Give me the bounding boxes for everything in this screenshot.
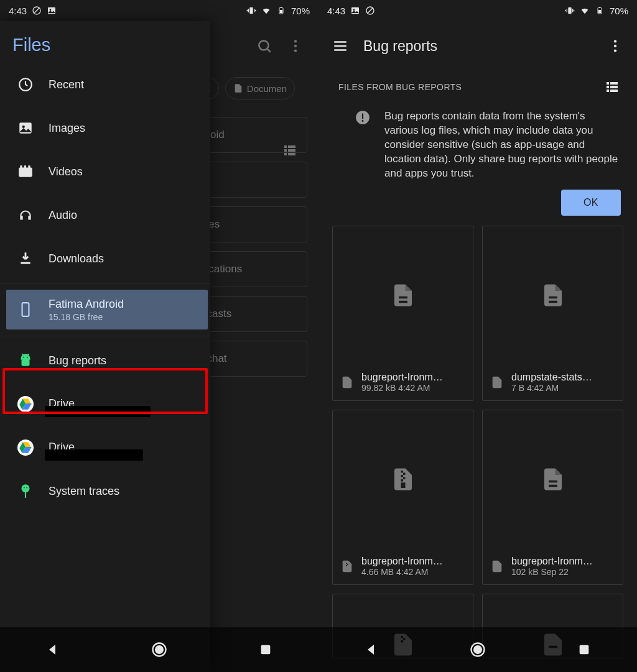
file-card[interactable]: bugreport-Ironm… 102 kB Sep 22 [482, 410, 623, 585]
hamburger-icon[interactable] [332, 38, 348, 54]
android-nav-bar [318, 627, 637, 672]
drawer-item-recent[interactable]: Recent [0, 63, 210, 106]
svg-rect-65 [401, 479, 403, 482]
svg-rect-48 [607, 82, 609, 85]
svg-point-31 [22, 484, 30, 492]
section-header-row: FILES FROM BUG REPORTS [318, 71, 637, 98]
svg-rect-60 [549, 300, 557, 303]
wifi-icon [580, 6, 590, 16]
ok-button[interactable]: OK [561, 190, 621, 216]
android-icon [17, 352, 34, 369]
file-name: bugreport-Ironm… [511, 556, 593, 567]
svg-point-33 [26, 487, 27, 489]
page-title: Bug reports [363, 38, 437, 55]
app-bar: Bug reports [318, 21, 637, 71]
svg-point-10 [294, 49, 297, 52]
redaction-box [45, 406, 151, 417]
download-icon [17, 251, 34, 267]
svg-rect-52 [607, 90, 609, 92]
svg-rect-21 [20, 165, 22, 168]
svg-rect-6 [281, 7, 282, 8]
svg-rect-78 [579, 645, 588, 655]
file-name: bugreport-Ironm… [361, 372, 443, 383]
nav-home-button[interactable] [465, 637, 490, 662]
svg-rect-71 [549, 484, 557, 487]
status-time: 4:43 [9, 6, 27, 16]
drive-icon [17, 440, 34, 456]
svg-rect-68 [347, 564, 348, 565]
phone-left: 4:43 70% [0, 0, 318, 672]
drawer-item-drive-2[interactable]: Drive [0, 426, 210, 469]
battery-pct: 70% [610, 6, 628, 16]
svg-rect-5 [280, 10, 282, 13]
nav-recents-button[interactable] [253, 637, 278, 662]
svg-rect-57 [399, 296, 407, 298]
drawer-item-bug-reports[interactable]: Bug reports [0, 339, 210, 382]
drawer-item-drive-1[interactable]: Drive [0, 382, 210, 426]
storage-free: 15.18 GB free [49, 312, 124, 322]
more-icon[interactable] [607, 38, 623, 54]
search-icon[interactable] [256, 38, 272, 54]
file-name: bugreport-Ironm… [361, 556, 443, 567]
svg-rect-23 [28, 165, 30, 168]
svg-point-46 [614, 45, 616, 47]
navigation-drawer: Files Recent Images Videos [0, 21, 210, 672]
svg-rect-22 [24, 165, 26, 168]
svg-point-45 [614, 40, 616, 42]
svg-rect-66 [401, 482, 405, 488]
file-preview [333, 226, 473, 364]
file-grid: bugreport-Ironm… 99.82 kB 4:42 AM dumpst… [318, 226, 637, 658]
android-pin-icon [17, 483, 34, 499]
file-card[interactable]: bugreport-Ironm… 99.82 kB 4:42 AM [332, 226, 473, 401]
nav-back-button[interactable] [40, 637, 65, 662]
svg-rect-63 [401, 475, 403, 477]
drawer-title: Files [0, 21, 210, 63]
svg-rect-43 [598, 10, 601, 13]
svg-rect-62 [403, 472, 406, 475]
battery-icon [276, 6, 286, 16]
nav-recents-button[interactable] [572, 637, 597, 662]
clock-icon [17, 76, 34, 93]
file-card[interactable]: dumpstate-stats… 7 B 4:42 AM [482, 226, 623, 401]
svg-rect-58 [399, 300, 407, 303]
svg-rect-28 [22, 359, 30, 366]
drawer-item-label: Audio [49, 209, 77, 222]
storage-label: Fatima Android [49, 298, 124, 311]
svg-rect-41 [568, 7, 571, 14]
drawer-item-downloads[interactable]: Downloads [0, 237, 210, 280]
svg-point-36 [156, 646, 163, 653]
file-card[interactable]: bugreport-Ironm… 4.66 MB 4:42 AM [332, 410, 473, 585]
alert-icon [355, 109, 371, 126]
image-icon [17, 120, 34, 136]
svg-rect-20 [19, 168, 32, 177]
svg-point-39 [353, 9, 355, 11]
svg-point-27 [27, 357, 28, 358]
divider [0, 336, 210, 336]
drawer-item-system-traces[interactable]: System traces [0, 469, 210, 513]
drive-icon [17, 396, 34, 412]
nav-home-button[interactable] [147, 637, 172, 662]
divider [0, 283, 210, 283]
svg-rect-44 [599, 7, 600, 8]
svg-point-2 [50, 9, 52, 11]
filter-chip[interactable]: Documen [225, 77, 295, 99]
vibrate-icon [565, 6, 575, 16]
drawer-item-label: Downloads [49, 252, 104, 265]
status-time: 4:43 [327, 6, 345, 16]
svg-rect-67 [346, 563, 347, 564]
doc-icon [340, 375, 354, 389]
drawer-item-storage[interactable]: Fatima Android 15.18 GB free [6, 290, 208, 329]
drawer-item-images[interactable]: Images [0, 106, 210, 150]
section-label: FILES FROM BUG REPORTS [338, 82, 462, 92]
more-icon[interactable] [287, 38, 304, 54]
drawer-item-videos[interactable]: Videos [0, 150, 210, 193]
view-list-icon[interactable] [605, 80, 620, 94]
drawer-item-label: Recent [49, 78, 84, 91]
svg-rect-24 [21, 262, 30, 264]
headphones-icon [17, 207, 34, 223]
svg-point-47 [614, 49, 616, 52]
drawer-item-audio[interactable]: Audio [0, 193, 210, 237]
nav-back-button[interactable] [359, 637, 384, 662]
status-bar: 4:43 70% [318, 0, 637, 21]
file-name: dumpstate-stats… [511, 372, 592, 383]
